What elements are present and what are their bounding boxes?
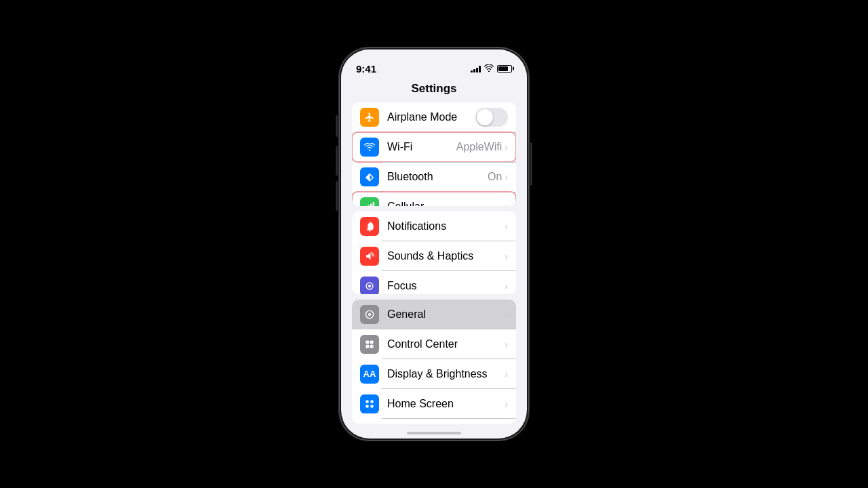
airplane-mode-label: Airplane Mode (387, 111, 475, 123)
sounds-haptics-row[interactable]: Sounds & Haptics › (352, 241, 516, 271)
general-row[interactable]: General › (352, 300, 516, 329)
general-label: General (387, 308, 505, 321)
control-center-chevron-icon: › (505, 339, 508, 350)
wifi-label: Wi-Fi (387, 141, 456, 153)
svg-rect-1 (368, 205, 370, 206)
wifi-icon (360, 138, 379, 157)
signal-icon (471, 65, 481, 73)
signal-bar-4 (479, 66, 481, 73)
signal-bar-2 (473, 69, 475, 73)
display-brightness-label: Display & Brightness (387, 368, 505, 380)
volume-down-button[interactable] (336, 181, 338, 211)
bluetooth-label: Bluetooth (387, 171, 488, 183)
notifications-label: Notifications (387, 220, 505, 232)
notifications-icon (360, 217, 379, 236)
sounds-haptics-icon (360, 247, 379, 266)
airplane-mode-row[interactable]: Airplane Mode (352, 102, 516, 132)
bluetooth-icon: ⬖ (360, 167, 379, 186)
volume-up-button[interactable] (336, 146, 338, 176)
svg-point-5 (368, 285, 371, 287)
airplane-mode-toggle[interactable] (475, 108, 508, 127)
display-brightness-icon: AA (360, 365, 379, 384)
display-brightness-chevron-icon: › (505, 369, 508, 380)
battery-fill (498, 66, 508, 71)
general-chevron-icon: › (505, 309, 508, 320)
svg-rect-10 (370, 340, 374, 344)
home-screen-row[interactable]: Home Screen › (352, 389, 516, 419)
svg-rect-13 (366, 400, 368, 403)
wifi-chevron-icon: › (505, 142, 508, 152)
power-button[interactable] (530, 142, 532, 186)
notifications-chevron-icon: › (505, 221, 508, 232)
svg-rect-16 (370, 405, 373, 407)
bluetooth-chevron-icon: › (505, 171, 508, 182)
svg-rect-12 (370, 345, 374, 348)
svg-rect-3 (373, 202, 374, 206)
control-center-label: Control Center (387, 338, 505, 350)
svg-point-8 (368, 313, 371, 316)
status-bar: 9:41 (341, 49, 527, 79)
focus-label: Focus (387, 280, 505, 292)
home-screen-icon (360, 394, 379, 413)
page-title: Settings (341, 79, 527, 102)
bluetooth-value: On (488, 171, 502, 183)
cellular-chevron-icon: › (505, 201, 508, 206)
focus-icon (360, 277, 379, 294)
signal-bar-1 (471, 70, 473, 73)
sounds-haptics-chevron-icon: › (505, 251, 508, 262)
status-time: 9:41 (356, 63, 376, 75)
accessibility-row[interactable]: Accessibility › (352, 419, 516, 424)
wifi-value: AppleWifi (456, 141, 502, 153)
scroll-indicator (407, 432, 461, 434)
svg-rect-15 (366, 405, 368, 407)
airplane-mode-toggle-knob (477, 109, 493, 125)
sounds-haptics-label: Sounds & Haptics (387, 250, 505, 262)
phone-screen: 9:41 (341, 49, 527, 439)
cellular-row[interactable]: Cellular › (352, 192, 516, 206)
svg-rect-2 (370, 204, 372, 206)
control-center-row[interactable]: Control Center › (352, 329, 516, 359)
wifi-status-icon (484, 64, 494, 73)
notifications-row[interactable]: Notifications › (352, 211, 516, 241)
svg-rect-9 (366, 340, 369, 344)
home-screen-label: Home Screen (387, 398, 505, 410)
airplane-mode-icon (360, 108, 379, 127)
cellular-label: Cellular (387, 201, 505, 206)
focus-chevron-icon: › (505, 281, 508, 291)
mute-button[interactable] (336, 115, 338, 137)
signal-bar-3 (476, 68, 478, 73)
more-group: General › Control Center › (352, 300, 516, 424)
connectivity-group: Airplane Mode Wi-Fi (352, 102, 516, 206)
svg-rect-11 (366, 345, 369, 348)
battery-icon (497, 65, 512, 73)
phone-frame: 9:41 (339, 47, 529, 441)
settings-scroll[interactable]: Airplane Mode Wi-Fi (341, 102, 527, 429)
svg-rect-14 (370, 400, 373, 403)
status-icons (471, 64, 512, 73)
bluetooth-row[interactable]: ⬖ Bluetooth On › (352, 162, 516, 192)
home-screen-chevron-icon: › (505, 399, 508, 409)
general-icon (360, 305, 379, 324)
cellular-icon (360, 197, 379, 206)
control-center-icon (360, 335, 379, 354)
focus-row[interactable]: Focus › (352, 271, 516, 294)
wifi-row[interactable]: Wi-Fi AppleWifi › (352, 132, 516, 162)
display-brightness-row[interactable]: AA Display & Brightness › (352, 359, 516, 389)
system-group: Notifications › Sounds & Haptics › (352, 211, 516, 294)
